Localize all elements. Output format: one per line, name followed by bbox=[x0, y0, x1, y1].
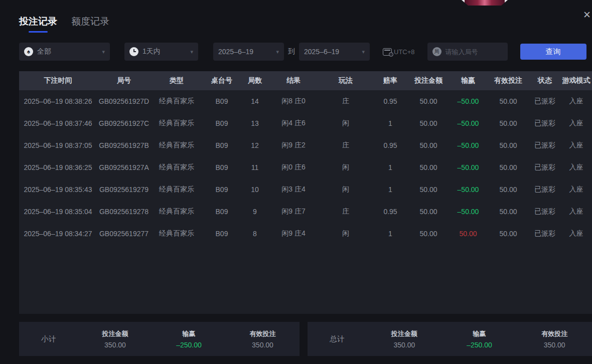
timezone-toggle[interactable]: UTC+8 bbox=[383, 48, 415, 56]
cell-valid: 50.00 bbox=[487, 186, 529, 194]
subtotal-amount: 投注金额 350.00 bbox=[78, 329, 152, 349]
cell-table-no: B09 bbox=[202, 163, 241, 171]
total-label: 总计 bbox=[308, 334, 367, 344]
round-badge-icon: 局 bbox=[432, 47, 441, 56]
cell-type: 经典百家乐 bbox=[151, 141, 202, 150]
cell-odds: 1 bbox=[373, 163, 408, 171]
cell-games: 13 bbox=[241, 119, 268, 127]
col-header-amount: 投注金额 bbox=[408, 76, 449, 85]
col-header-round: 局号 bbox=[97, 76, 151, 85]
cell-round: GB092561927A bbox=[97, 163, 151, 171]
cell-result: 闲4 庄6 bbox=[268, 119, 319, 128]
cell-play: 庄 bbox=[319, 141, 373, 150]
cell-status: 已派彩 bbox=[529, 229, 560, 238]
cell-table-no: B09 bbox=[202, 119, 241, 127]
table-row: 2025–06–19 08:37:05GB092561927B经典百家乐B091… bbox=[19, 134, 592, 156]
total-winloss: 输赢 –250.00 bbox=[442, 329, 517, 349]
chevron-down-icon: ▾ bbox=[362, 49, 365, 55]
cell-valid: 50.00 bbox=[487, 141, 529, 149]
cell-time: 2025–06–19 08:37:05 bbox=[19, 141, 97, 149]
col-header-valid: 有效投注 bbox=[487, 76, 529, 85]
cell-table-no: B09 bbox=[202, 186, 241, 194]
chevron-down-icon: ▾ bbox=[190, 49, 193, 55]
cell-games: 10 bbox=[241, 186, 268, 194]
cell-winloss: –50.00 bbox=[449, 208, 487, 216]
cell-result: 闲9 庄4 bbox=[268, 229, 319, 238]
cell-play: 闲 bbox=[319, 119, 373, 128]
cell-odds: 1 bbox=[373, 230, 408, 238]
cell-play: 庄 bbox=[319, 97, 373, 106]
date-to-label: 到 bbox=[284, 47, 299, 56]
cell-status: 已派彩 bbox=[529, 141, 560, 150]
filter-bar: ♠ 全部 ▾ 1天内 ▾ 2025–6–19 ▾ 到 2025–6–19 ▾ U… bbox=[19, 43, 586, 61]
game-type-dropdown[interactable]: ♠ 全部 ▾ bbox=[19, 43, 110, 61]
cell-round: GB092561927C bbox=[97, 119, 151, 127]
cell-result: 闲0 庄6 bbox=[268, 163, 319, 172]
cell-table-no: B09 bbox=[202, 208, 241, 216]
total-bar: 总计 投注金额 350.00 输赢 –250.00 有效投注 350.00 bbox=[308, 322, 592, 356]
date-from-dropdown[interactable]: 2025–6–19 ▾ bbox=[213, 43, 284, 61]
round-number-input[interactable] bbox=[446, 48, 503, 56]
tab-bet-records-label: 投注记录 bbox=[19, 16, 57, 27]
cell-status: 已派彩 bbox=[529, 119, 560, 128]
cell-time: 2025–06–19 08:37:46 bbox=[19, 119, 97, 127]
cell-play: 庄 bbox=[319, 207, 373, 216]
time-range-dropdown[interactable]: 1天内 ▾ bbox=[124, 43, 198, 61]
cell-games: 12 bbox=[241, 141, 268, 149]
cell-winloss: –50.00 bbox=[449, 141, 487, 149]
date-to-dropdown[interactable]: 2025–6–19 ▾ bbox=[299, 43, 370, 61]
col-header-table-no: 桌台号 bbox=[202, 76, 241, 85]
table-row: 2025–06–19 08:36:25GB092561927A经典百家乐B091… bbox=[19, 156, 592, 178]
calendar-clock-icon bbox=[383, 48, 392, 56]
close-icon[interactable]: ✕ bbox=[581, 9, 592, 21]
col-header-status: 状态 bbox=[529, 76, 560, 85]
table-row: 2025–06–19 08:34:27GB0925619277经典百家乐B098… bbox=[19, 223, 592, 245]
query-button[interactable]: 查询 bbox=[520, 44, 586, 60]
cell-odds: 0.95 bbox=[373, 97, 408, 105]
cell-valid: 50.00 bbox=[487, 208, 529, 216]
cell-status: 已派彩 bbox=[529, 207, 560, 216]
cell-games: 8 bbox=[241, 230, 268, 238]
total-valid: 有效投注 350.00 bbox=[517, 329, 592, 349]
cell-winloss: –50.00 bbox=[449, 97, 487, 105]
cell-odds: 0.95 bbox=[373, 208, 408, 216]
cell-valid: 50.00 bbox=[487, 230, 529, 238]
cell-winloss: –50.00 bbox=[449, 119, 487, 127]
subtotal-winloss: 输赢 –250.00 bbox=[152, 329, 226, 349]
cell-mode: 入座 bbox=[560, 207, 592, 216]
subtotal-bar: 小计 投注金额 350.00 输赢 –250.00 有效投注 350.00 bbox=[19, 322, 300, 356]
cell-mode: 入座 bbox=[560, 97, 592, 106]
cell-winloss: –50.00 bbox=[449, 186, 487, 194]
cell-play: 闲 bbox=[319, 229, 373, 238]
cell-games: 9 bbox=[241, 208, 268, 216]
cell-winloss: –50.00 bbox=[449, 163, 487, 171]
cell-amount: 50.00 bbox=[408, 119, 449, 127]
tab-bet-records[interactable]: 投注记录 bbox=[19, 15, 57, 33]
col-header-time: 下注时间 bbox=[19, 76, 97, 85]
cell-round: GB0925619279 bbox=[97, 186, 151, 194]
timezone-label: UTC+8 bbox=[394, 48, 415, 56]
cell-table-no: B09 bbox=[202, 230, 241, 238]
chevron-down-icon: ▾ bbox=[102, 49, 105, 55]
col-header-winloss: 输赢 bbox=[449, 76, 487, 85]
cell-valid: 50.00 bbox=[487, 119, 529, 127]
cell-round: GB0925619278 bbox=[97, 208, 151, 216]
cell-result: 闲8 庄0 bbox=[268, 97, 319, 106]
cell-amount: 50.00 bbox=[408, 97, 449, 105]
table-header: 下注时间 局号 类型 桌台号 局数 结果 玩法 赔率 投注金额 输赢 有效投注 … bbox=[19, 71, 592, 90]
date-from-value: 2025–6–19 bbox=[218, 48, 253, 56]
cell-amount: 50.00 bbox=[408, 208, 449, 216]
chevron-down-icon: ▾ bbox=[276, 49, 279, 55]
cell-result: 闲3 庄4 bbox=[268, 185, 319, 194]
tab-quota-records-label: 额度记录 bbox=[71, 16, 109, 27]
cell-games: 11 bbox=[241, 163, 268, 171]
cell-type: 经典百家乐 bbox=[151, 185, 202, 194]
cell-type: 经典百家乐 bbox=[151, 97, 202, 106]
cell-amount: 50.00 bbox=[408, 230, 449, 238]
cell-result: 闲9 庄7 bbox=[268, 207, 319, 216]
cell-type: 经典百家乐 bbox=[151, 229, 202, 238]
cell-mode: 入座 bbox=[560, 141, 592, 150]
tab-quota-records[interactable]: 额度记录 bbox=[71, 15, 109, 33]
cell-type: 经典百家乐 bbox=[151, 207, 202, 216]
subtotal-label: 小计 bbox=[19, 334, 78, 344]
